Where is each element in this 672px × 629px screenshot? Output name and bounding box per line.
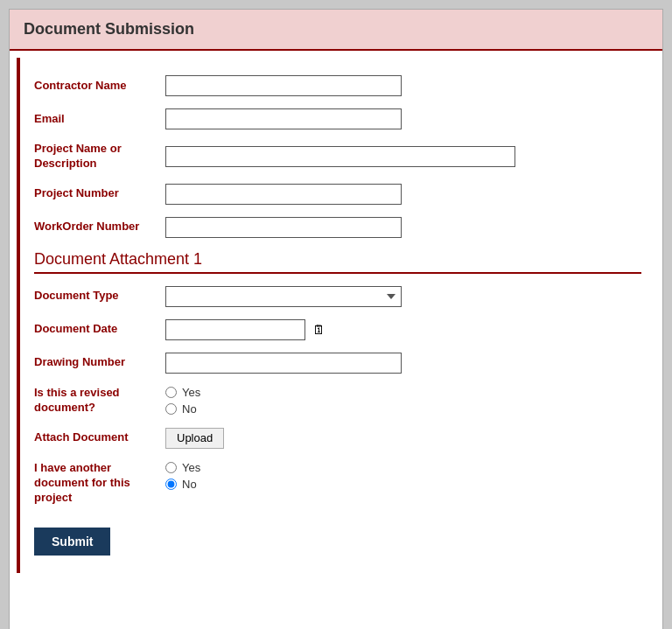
attach-document-label: Attach Document <box>34 430 165 445</box>
drawing-number-label: Drawing Number <box>34 355 165 370</box>
revised-document-label: Is this a revised document? <box>34 386 165 416</box>
workorder-number-input[interactable] <box>165 217 402 238</box>
another-yes-label: Yes <box>182 461 200 474</box>
document-type-select[interactable]: Type A Type B Type C <box>165 286 402 307</box>
form-body: Contractor Name Email Project Name or De… <box>17 58 655 573</box>
another-no-option[interactable]: No <box>165 478 200 491</box>
contractor-name-row: Contractor Name <box>34 75 641 96</box>
revised-yes-label: Yes <box>182 386 200 399</box>
calendar-icon[interactable]: 🗓 <box>309 320 328 339</box>
contractor-name-input[interactable] <box>165 75 402 96</box>
project-number-label: Project Number <box>34 186 165 201</box>
section1-header: Document Attachment 1 <box>34 250 641 274</box>
project-name-input[interactable] <box>165 146 515 167</box>
document-date-input[interactable] <box>165 319 305 340</box>
another-document-radio-group: Yes No <box>165 461 200 491</box>
another-yes-option[interactable]: Yes <box>165 461 200 474</box>
project-name-row: Project Name or Description <box>34 142 641 171</box>
contractor-name-label: Contractor Name <box>34 79 165 94</box>
workorder-number-label: WorkOrder Number <box>34 220 165 234</box>
document-type-row: Document Type Type A Type B Type C <box>34 286 641 307</box>
another-document-label: I have another document for this project <box>34 461 165 506</box>
email-input[interactable] <box>165 108 402 129</box>
project-number-row: Project Number <box>34 184 641 205</box>
document-date-label: Document Date <box>34 322 165 337</box>
email-label: Email <box>34 112 165 127</box>
workorder-number-row: WorkOrder Number <box>34 217 641 238</box>
revised-yes-option[interactable]: Yes <box>165 386 200 399</box>
another-document-row: I have another document for this project… <box>34 461 641 506</box>
upload-button[interactable]: Upload <box>165 428 224 449</box>
drawing-number-input[interactable] <box>165 353 402 374</box>
revised-no-option[interactable]: No <box>165 402 200 416</box>
date-wrapper: 🗓 <box>165 319 328 340</box>
another-yes-radio[interactable] <box>165 462 177 473</box>
submit-row: Submit <box>34 519 641 556</box>
document-date-row: Document Date 🗓 <box>34 319 641 340</box>
document-type-label: Document Type <box>34 289 165 304</box>
page-title: Document Submission <box>24 20 648 38</box>
submit-button[interactable]: Submit <box>34 528 110 556</box>
section1-title: Document Attachment 1 <box>34 250 641 269</box>
page-wrapper: Document Submission Contractor Name Emai… <box>9 9 663 629</box>
drawing-number-row: Drawing Number <box>34 353 641 374</box>
email-row: Email <box>34 108 641 129</box>
revised-no-label: No <box>182 402 197 416</box>
revised-yes-radio[interactable] <box>165 387 177 398</box>
attach-document-row: Attach Document Upload <box>34 428 641 449</box>
page-header: Document Submission <box>10 10 662 51</box>
project-name-label: Project Name or Description <box>34 142 165 171</box>
project-number-input[interactable] <box>165 184 402 205</box>
revised-document-radio-group: Yes No <box>165 386 200 416</box>
revised-document-row: Is this a revised document? Yes No <box>34 386 641 416</box>
another-no-radio[interactable] <box>165 479 177 490</box>
another-no-label: No <box>182 478 197 491</box>
revised-no-radio[interactable] <box>165 403 177 415</box>
